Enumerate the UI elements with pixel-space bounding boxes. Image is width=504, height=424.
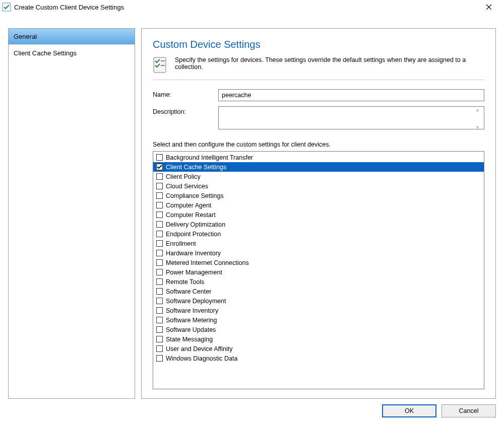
- settings-listbox[interactable]: Background Intelligent TransferClient Ca…: [153, 151, 484, 389]
- option-label: Delivery Optimization: [166, 221, 225, 228]
- checkbox[interactable]: [156, 355, 163, 362]
- dialog-body: GeneralClient Cache Settings Custom Devi…: [0, 14, 504, 424]
- window-title: Create Custom Client Device Settings: [14, 4, 478, 11]
- option-label: Computer Agent: [166, 202, 211, 209]
- nav-item-general[interactable]: General: [9, 29, 135, 45]
- ok-button[interactable]: OK: [382, 404, 436, 417]
- checkbox[interactable]: [156, 173, 163, 180]
- option-client-cache-settings[interactable]: Client Cache Settings: [153, 162, 484, 172]
- option-metered-internet-connections[interactable]: Metered Internet Connections: [153, 258, 484, 267]
- description-label: Description:: [153, 106, 218, 115]
- checkbox[interactable]: [156, 336, 163, 342]
- option-label: Background Intelligent Transfer: [166, 154, 253, 161]
- option-hardware-inventory[interactable]: Hardware Inventory: [153, 248, 484, 258]
- checkbox[interactable]: [156, 288, 163, 295]
- option-label: Software Deployment: [166, 298, 226, 305]
- option-label: Compliance Settings: [166, 192, 224, 199]
- option-remote-tools[interactable]: Remote Tools: [153, 277, 484, 287]
- checkbox[interactable]: [156, 192, 163, 199]
- option-label: Endpoint Protection: [166, 231, 221, 238]
- option-windows-diagnostic-data[interactable]: Windows Diagnostic Data: [153, 354, 484, 363]
- svg-rect-3: [161, 65, 165, 66]
- checkbox[interactable]: [156, 240, 163, 247]
- option-computer-agent[interactable]: Computer Agent: [153, 200, 484, 210]
- checkbox[interactable]: [156, 259, 163, 266]
- cancel-button[interactable]: Cancel: [442, 404, 496, 417]
- checkbox[interactable]: [156, 298, 163, 304]
- checkbox[interactable]: [156, 269, 163, 275]
- checkbox[interactable]: [156, 345, 163, 352]
- divider: [153, 80, 484, 80]
- option-computer-restart[interactable]: Computer Restart: [153, 210, 484, 220]
- content-panel: Custom Device Settings Specify the setti…: [141, 28, 496, 399]
- checkbox[interactable]: [156, 307, 163, 314]
- close-icon: [486, 4, 492, 10]
- option-software-inventory[interactable]: Software Inventory: [153, 306, 484, 315]
- intro-text: Specify the settings for devices. These …: [175, 56, 484, 70]
- option-label: State Messaging: [166, 336, 213, 343]
- option-label: Software Inventory: [166, 307, 218, 314]
- option-state-messaging[interactable]: State Messaging: [153, 334, 484, 344]
- nav-sidebar: GeneralClient Cache Settings: [8, 28, 135, 399]
- page-heading: Custom Device Settings: [153, 39, 484, 50]
- checkbox[interactable]: [156, 183, 163, 189]
- option-cloud-services[interactable]: Cloud Services: [153, 181, 484, 191]
- name-row: Name:: [153, 89, 484, 101]
- option-label: Power Management: [166, 269, 222, 276]
- checkbox[interactable]: [156, 250, 163, 256]
- checkbox[interactable]: [156, 231, 163, 237]
- option-label: Software Metering: [166, 317, 217, 324]
- option-label: Client Cache Settings: [166, 164, 226, 171]
- option-endpoint-protection[interactable]: Endpoint Protection: [153, 229, 484, 239]
- close-button[interactable]: [478, 2, 500, 13]
- checkbox[interactable]: [156, 202, 163, 208]
- option-software-center[interactable]: Software Center: [153, 287, 484, 296]
- checkbox[interactable]: [156, 326, 163, 333]
- app-icon: [2, 3, 11, 12]
- option-label: Remote Tools: [166, 278, 204, 286]
- option-power-management[interactable]: Power Management: [153, 267, 484, 277]
- option-client-policy[interactable]: Client Policy: [153, 172, 484, 181]
- name-label: Name:: [153, 89, 218, 98]
- option-label: User and Device Affinity: [166, 345, 232, 352]
- option-user-and-device-affinity[interactable]: User and Device Affinity: [153, 344, 484, 354]
- option-label: Enrollment: [166, 240, 196, 247]
- checkbox[interactable]: [156, 278, 163, 285]
- settings-icon: [153, 56, 170, 74]
- checkbox[interactable]: [156, 154, 163, 161]
- description-input[interactable]: [218, 106, 484, 129]
- option-software-updates[interactable]: Software Updates: [153, 325, 484, 334]
- option-label: Computer Restart: [166, 211, 216, 219]
- checkbox[interactable]: [156, 211, 163, 218]
- option-software-metering[interactable]: Software Metering: [153, 315, 484, 325]
- option-compliance-settings[interactable]: Compliance Settings: [153, 191, 484, 200]
- settings-list-label: Select and then configure the custom set…: [153, 141, 484, 148]
- svg-rect-2: [161, 60, 165, 61]
- option-label: Software Updates: [166, 326, 216, 333]
- option-label: Client Policy: [166, 173, 201, 180]
- nav-item-client-cache-settings[interactable]: Client Cache Settings: [9, 45, 135, 61]
- option-label: Hardware Inventory: [166, 250, 221, 257]
- option-label: Windows Diagnostic Data: [166, 355, 237, 362]
- option-enrollment[interactable]: Enrollment: [153, 239, 484, 248]
- option-background-intelligent-transfer[interactable]: Background Intelligent Transfer: [153, 153, 484, 162]
- dialog-footer: OK Cancel: [8, 403, 496, 419]
- checkbox[interactable]: [156, 221, 163, 228]
- option-label: Software Center: [166, 288, 211, 295]
- option-software-deployment[interactable]: Software Deployment: [153, 296, 484, 306]
- intro-row: Specify the settings for devices. These …: [153, 56, 484, 74]
- checkbox[interactable]: [156, 317, 163, 323]
- option-label: Cloud Services: [166, 183, 208, 190]
- name-input[interactable]: [218, 89, 484, 101]
- description-row: Description: ▲ ▼: [153, 106, 484, 131]
- checkbox[interactable]: [156, 164, 163, 170]
- option-label: Metered Internet Connections: [166, 259, 249, 266]
- option-delivery-optimization[interactable]: Delivery Optimization: [153, 220, 484, 229]
- titlebar: Create Custom Client Device Settings: [0, 0, 504, 14]
